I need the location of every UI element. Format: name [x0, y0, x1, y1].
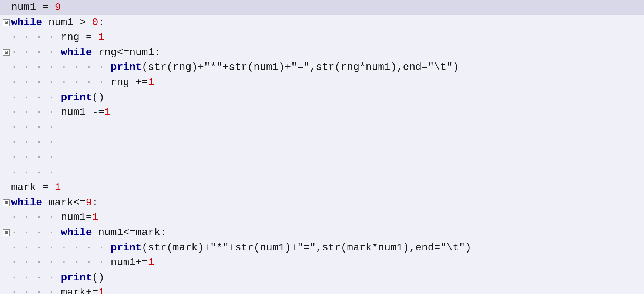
blank-line-3: · · · · [0, 150, 644, 165]
collapse-icon[interactable]: ⊟ [3, 19, 10, 26]
indent-dots: · · · · [11, 120, 55, 135]
line-10: ⊟ while mark<=9: [0, 195, 644, 210]
code-text: num1<=mark: [92, 225, 167, 240]
code-text: mark = 1 [11, 180, 61, 195]
code-keyword: while [11, 195, 42, 210]
line-1: num1 = 9 [0, 0, 644, 15]
collapse-icon-inner-2[interactable]: ⊟ [3, 229, 10, 236]
code-keyword: while [61, 45, 92, 60]
line-12: ⊟ · · · · while num1<=mark: [0, 225, 644, 240]
line-15: · · · · print() [0, 270, 644, 285]
line-2: ⊟ while num1 > 0: [0, 15, 644, 30]
indent-dots: · · · · [11, 285, 61, 294]
line-3: · · · · rng = 1 [0, 30, 644, 45]
code-keyword: print [111, 60, 142, 75]
indent-dots: · · · · [11, 45, 61, 60]
indent-dots: · · · · [11, 135, 55, 150]
code-text: rng +=1 [111, 75, 154, 90]
code-text: num1 -=1 [61, 105, 110, 120]
code-keyword: print [61, 270, 92, 285]
indent-dots: · · · · · · · · [11, 60, 111, 75]
line-11: · · · · num1=1 [0, 210, 644, 225]
line-6: · · · · · · · · rng +=1 [0, 75, 644, 90]
line-7: · · · · print() [0, 90, 644, 105]
code-text: rng<=num1: [92, 45, 160, 60]
blank-line-1: · · · · [0, 120, 644, 135]
line-9: mark = 1 [0, 180, 644, 195]
code-text: () [92, 270, 104, 285]
line-8: · · · · num1 -=1 [0, 105, 644, 120]
code-text: () [92, 90, 104, 105]
code-text: num1 > 0: [42, 15, 104, 30]
indent-dots: · · · · [11, 225, 61, 240]
indent-dots: · · · · [11, 150, 55, 165]
code-text: num1+=1 [111, 255, 154, 270]
line-16: · · · · mark+=1 [0, 285, 644, 294]
indent-dots: · · · · [11, 30, 61, 45]
code-keyword: print [111, 240, 142, 256]
code-text: num1=1 [61, 210, 98, 225]
code-text: rng = 1 [61, 30, 104, 45]
line-4: ⊟ · · · · while rng<=num1: [0, 45, 644, 60]
code-text: (str(mark)+"*"+str(num1)+"=",str(mark*nu… [142, 240, 472, 256]
line-5: · · · · · · · · print(str(rng)+"*"+str(n… [0, 60, 644, 75]
collapse-icon-inner[interactable]: ⊟ [3, 49, 10, 56]
indent-dots: · · · · [11, 90, 61, 105]
indent-dots: · · · · · · · · [11, 240, 111, 256]
code-editor: num1 = 9 ⊟ while num1 > 0: · · · · rng =… [0, 0, 644, 294]
indent-dots: · · · · [11, 105, 61, 120]
indent-dots: · · · · [11, 270, 61, 285]
line-13: · · · · · · · · print(str(mark)+"*"+str(… [0, 240, 644, 256]
code-keyword: while [61, 225, 92, 240]
code-text: (str(rng)+"*"+str(num1)+"=",str(rng*num1… [142, 60, 459, 75]
code-text: num1 = 9 [11, 0, 61, 15]
code-text: mark+=1 [61, 285, 104, 294]
indent-dots: · · · · · · · · [11, 75, 111, 90]
blank-line-4: · · · · [0, 165, 644, 180]
indent-dots: · · · · · · · · [11, 255, 111, 270]
blank-line-2: · · · · [0, 135, 644, 150]
code-text: mark<=9: [42, 195, 98, 210]
indent-dots: · · · · [11, 165, 55, 180]
code-keyword: print [61, 90, 92, 105]
code-keyword: while [11, 15, 42, 30]
indent-dots: · · · · [11, 210, 61, 225]
collapse-icon-2[interactable]: ⊟ [3, 199, 10, 206]
line-14: · · · · · · · · num1+=1 [0, 255, 644, 270]
